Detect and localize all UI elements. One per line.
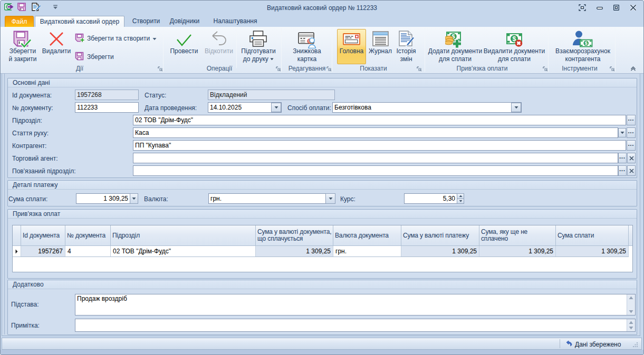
svg-text:$: $: [585, 41, 588, 46]
